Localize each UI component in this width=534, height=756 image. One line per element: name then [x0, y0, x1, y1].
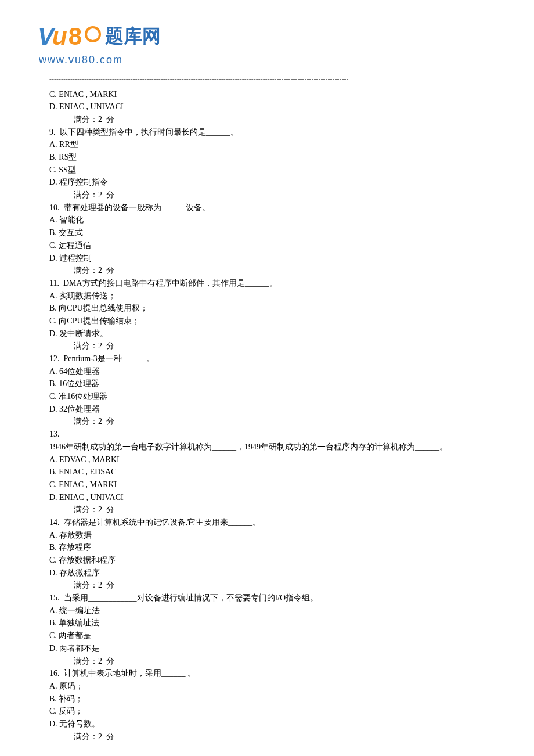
option-line: A. RR型: [49, 138, 485, 151]
score-line: 满分：2 分: [49, 264, 485, 277]
option-line: C. ENIAC , MARKI: [49, 478, 485, 491]
score-line: 满分：2 分: [49, 730, 485, 743]
document-content: ----------------------------------------…: [0, 74, 534, 756]
option-line: A. 实现数据传送；: [49, 290, 485, 303]
logo-u-letter: u: [52, 17, 67, 55]
logo-8-digit: 8: [68, 17, 82, 55]
option-line: A. 存放数据: [49, 529, 485, 542]
option-line: B. 存放程序: [49, 541, 485, 554]
option-line: D. 程序控制指令: [49, 176, 485, 189]
option-line: C. 存放数据和程序: [49, 554, 485, 567]
question-stem: 10. 带有处理器的设备一般称为______设备。: [49, 201, 485, 214]
option-line: C. 准16位处理器: [49, 390, 485, 403]
option-line: D. ENIAC , UNIVACI: [49, 100, 485, 113]
option-line: A. 智能化: [49, 214, 485, 226]
score-line: 满分：2 分: [49, 340, 485, 352]
question-stem: 15. 当采用____________对设备进行编址情况下，不需要专门的I/O指…: [49, 592, 485, 604]
option-line: D. 过程控制: [49, 252, 485, 265]
option-line: D. 发中断请求。: [49, 327, 485, 340]
logo-url: www.vu80.com: [38, 52, 534, 69]
option-line: D. 32位处理器: [49, 403, 485, 416]
score-line: 满分：2 分: [49, 415, 485, 428]
option-line: B. 单独编址法: [49, 617, 485, 629]
question-stem: 16. 计算机中表示地址时，采用______ 。: [49, 667, 485, 680]
option-line: A. 64位处理器: [49, 365, 485, 378]
option-line: B. 补码；: [49, 693, 485, 705]
logo-header: Vu8题库网 www.vu80.com: [0, 0, 534, 74]
score-line: 满分：2 分: [49, 189, 485, 201]
option-line: A. 统一编址法: [49, 604, 485, 617]
logo-graphic: Vu8题库网: [38, 17, 534, 55]
option-line: D. 存放微程序: [49, 567, 485, 579]
divider-line: ----------------------------------------…: [49, 74, 485, 85]
option-line: B. 16位处理器: [49, 377, 485, 390]
option-line: C. 远程通信: [49, 239, 485, 252]
option-line: B. 向CPU提出总线使用权；: [49, 302, 485, 315]
logo-o-icon: [85, 26, 101, 42]
question-stem: 14. 存储器是计算机系统中的记忆设备,它主要用来______。: [49, 516, 485, 529]
logo-text: 题库网: [105, 22, 161, 51]
option-line: C. SS型: [49, 164, 485, 177]
option-line: B. ENIAC , EDSAC: [49, 466, 485, 478]
option-line: B. RS型: [49, 151, 485, 164]
question-stem: 11. DMA方式的接口电路中有程序中断部件，其作用是______。: [49, 277, 485, 290]
option-line: A. 原码；: [49, 680, 485, 693]
option-line: C. 两者都是: [49, 629, 485, 642]
score-line: 满分：2 分: [49, 113, 485, 126]
option-line: D. ENIAC , UNIVACI: [49, 491, 485, 504]
option-line: C. ENIAC , MARKI: [49, 88, 485, 101]
score-line: 满分：2 分: [49, 503, 485, 516]
score-line: 满分：2 分: [49, 655, 485, 668]
option-line: D. 无符号数。: [49, 718, 485, 730]
logo-v-letter: V: [38, 17, 54, 55]
option-line: C. 向CPU提出传输结束；: [49, 315, 485, 327]
question-stem: 9. 以下四种类型指令中，执行时间最长的是______。: [49, 126, 485, 139]
question-stem-continuation: 1946年研制成功的第一台电子数字计算机称为______，1949年研制成功的第…: [49, 441, 485, 453]
question-stem: 13.: [49, 428, 485, 441]
option-line: A. EDVAC , MARKI: [49, 453, 485, 466]
option-line: B. 交互式: [49, 226, 485, 239]
question-stem: 12. Pentium-3是一种______。: [49, 352, 485, 365]
option-line: C. 反码；: [49, 705, 485, 718]
option-line: D. 两者都不是: [49, 642, 485, 655]
questions-container: C. ENIAC , MARKID. ENIAC , UNIVACI满分：2 分…: [49, 88, 485, 743]
score-line: 满分：2 分: [49, 579, 485, 592]
